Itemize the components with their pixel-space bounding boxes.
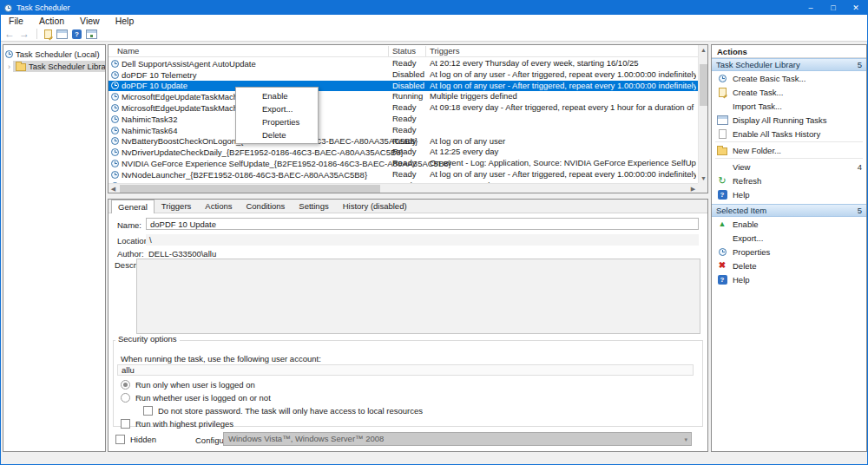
column-triggers[interactable]: Triggers: [430, 46, 460, 56]
radio-run-logged-on-or-not[interactable]: Run whether user is logged on or not: [121, 392, 271, 403]
tab-history[interactable]: History (disabled): [336, 199, 414, 213]
help-icon: ?: [718, 190, 727, 200]
name-field[interactable]: doPDF 10 Update: [146, 218, 699, 230]
radio-run-logged-on-label: Run only when user is logged on: [135, 380, 255, 390]
security-options-label: Security options: [115, 334, 180, 344]
task-status: Ready: [392, 136, 429, 147]
action-import-task[interactable]: Import Task...: [712, 99, 866, 113]
task-row[interactable]: NvDriverUpdateCheckDaily_{B2FE1952-0186-…: [108, 147, 698, 158]
description-field[interactable]: [136, 259, 700, 334]
actions-pane-title: Actions: [712, 45, 866, 58]
horizontal-scroll-thumb[interactable]: [120, 185, 380, 193]
menu-help[interactable]: Help: [108, 15, 142, 27]
task-triggers: Multiple triggers defined: [430, 91, 696, 102]
radio-selected-icon[interactable]: [121, 380, 130, 390]
author-value: DELL-G33500\allu: [148, 249, 216, 259]
minimize-button[interactable]: –: [799, 1, 822, 15]
user-account-field[interactable]: allu: [117, 364, 694, 376]
scroll-right-icon[interactable]: ▶: [688, 184, 698, 193]
tab-actions[interactable]: Actions: [198, 199, 239, 213]
configure-for-select[interactable]: Windows Vista™, Windows Server™ 2008 ▾: [223, 432, 692, 446]
tab-general[interactable]: General: [111, 200, 155, 213]
menu-action[interactable]: Action: [31, 15, 72, 27]
scroll-left-icon[interactable]: ◀: [108, 184, 118, 193]
scroll-up-icon[interactable]: ▲: [699, 45, 708, 55]
checkbox-no-password-label: Do not store password. The task will onl…: [158, 406, 423, 416]
checkbox-icon[interactable]: [115, 435, 125, 444]
app-icon: [4, 4, 12, 12]
vertical-scrollbar[interactable]: ▲ ▼: [698, 45, 707, 183]
actions-separator: [715, 141, 863, 142]
checkbox-highest-privileges[interactable]: Run with highest privileges: [121, 418, 233, 429]
collapse-glyph[interactable]: 5: [858, 206, 862, 215]
action-new-folder[interactable]: New Folder...: [712, 143, 866, 157]
radio-unselected-icon[interactable]: [121, 393, 130, 403]
horizontal-scrollbar[interactable]: ◀ ▶: [108, 183, 698, 193]
task-row[interactable]: NvBatteryBoostCheckOnLogon_{B2FE1952-018…: [108, 136, 698, 147]
actions-pane: Actions Task Scheduler Library 5 Create …: [711, 44, 867, 452]
task-row[interactable]: NahimicTask32 Ready: [108, 114, 698, 125]
vertical-scroll-thumb[interactable]: [700, 64, 707, 106]
task-status: Ready: [392, 169, 429, 180]
checkbox-hidden[interactable]: Hidden: [115, 434, 156, 445]
action-help[interactable]: ? Help: [712, 187, 866, 201]
menu-file[interactable]: File: [1, 15, 31, 27]
action-display-running-tasks[interactable]: Display All Running Tasks: [712, 113, 866, 127]
task-row[interactable]: NvNodeLauncher_{B2FE1952-0186-46C3-BAEC-…: [108, 169, 698, 180]
action-help-selected[interactable]: ? Help: [712, 272, 866, 286]
task-row-selected[interactable]: doPDF 10 Update Disabled At log on of an…: [108, 81, 698, 92]
actions-separator: [715, 158, 863, 159]
action-enable[interactable]: ▲ Enable: [712, 217, 866, 231]
action-properties[interactable]: Properties: [712, 245, 866, 259]
maximize-button[interactable]: □: [822, 1, 845, 15]
close-button[interactable]: ✕: [845, 1, 867, 15]
task-row[interactable]: NahimicTask64 Ready: [108, 125, 698, 136]
action-delete[interactable]: ✖ Delete: [712, 259, 866, 272]
action-enable-history[interactable]: Enable All Tasks History: [712, 127, 866, 141]
menu-view[interactable]: View: [72, 15, 108, 27]
actions-section-selected-item[interactable]: Selected Item 5: [712, 204, 866, 217]
action-create-task[interactable]: Create Task...: [712, 85, 866, 99]
collapse-glyph[interactable]: 5: [858, 60, 862, 69]
context-menu-delete[interactable]: Delete: [236, 128, 318, 141]
task-row[interactable]: NVIDIA GeForce Experience SelfUpdate_{B2…: [108, 158, 698, 169]
chevron-down-icon: ▾: [684, 436, 687, 443]
column-name[interactable]: Name: [117, 46, 139, 56]
task-triggers: At log on of any user - After triggered,…: [430, 169, 696, 180]
help-icon[interactable]: ?: [72, 29, 82, 39]
new-folder-icon: [717, 147, 727, 155]
back-icon[interactable]: ←: [4, 29, 15, 39]
action-view[interactable]: View 4: [712, 160, 866, 174]
properties-window-icon[interactable]: [86, 29, 97, 39]
task-row[interactable]: doPDF 10 Telemetry Disabled At log on of…: [108, 69, 698, 81]
tree-item-library[interactable]: › Task Scheduler Library: [3, 60, 105, 73]
radio-run-logged-on-or-not-label: Run whether user is logged on or not: [135, 393, 271, 403]
expand-chevron-icon[interactable]: ›: [8, 62, 10, 71]
context-menu-export[interactable]: Export...: [236, 102, 318, 115]
show-console-tree-icon[interactable]: [44, 29, 52, 39]
action-export[interactable]: Export...: [712, 231, 866, 245]
action-refresh[interactable]: ↻ Refresh: [712, 174, 866, 187]
task-row[interactable]: MicrosoftEdgeUpdateTaskMachineUA Ready A…: [108, 102, 698, 114]
column-status[interactable]: Status: [392, 46, 416, 56]
checkbox-no-password[interactable]: Do not store password. The task will onl…: [143, 405, 423, 416]
task-row[interactable]: Dell SupportAssistAgent AutoUpdate Ready…: [108, 58, 698, 69]
task-status: Ready: [392, 147, 429, 158]
tab-settings[interactable]: Settings: [292, 199, 335, 213]
checkbox-icon[interactable]: [143, 406, 153, 416]
context-menu-enable[interactable]: Enable: [236, 89, 318, 102]
tab-triggers[interactable]: Triggers: [155, 199, 199, 213]
task-row[interactable]: MicrosoftEdgeUpdateTaskMachineCore Runni…: [108, 91, 698, 102]
scroll-down-icon[interactable]: ▼: [699, 174, 708, 183]
tab-conditions[interactable]: Conditions: [239, 199, 292, 213]
forward-icon[interactable]: →: [19, 29, 30, 39]
action-create-basic-task[interactable]: Create Basic Task...: [712, 71, 866, 85]
action-label: Help: [733, 190, 866, 200]
checkbox-icon[interactable]: [121, 419, 130, 429]
task-rows: Dell SupportAssistAgent AutoUpdate Ready…: [108, 58, 698, 183]
actions-section-library[interactable]: Task Scheduler Library 5: [712, 58, 866, 71]
context-menu-properties[interactable]: Properties: [236, 115, 318, 128]
tree-item-local[interactable]: Task Scheduler (Local): [3, 49, 105, 60]
console-window-icon[interactable]: [56, 29, 68, 39]
radio-run-logged-on[interactable]: Run only when user is logged on: [121, 379, 255, 390]
